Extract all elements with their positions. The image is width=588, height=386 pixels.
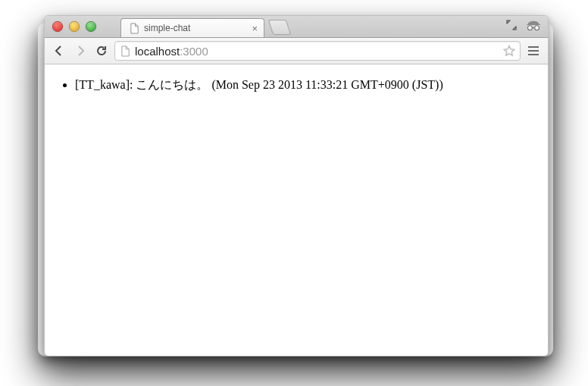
window-close-button[interactable]	[52, 21, 63, 32]
file-icon	[120, 46, 130, 57]
list-item: [TT_kawa]: こんにちは。 (Mon Sep 23 2013 11:33…	[75, 77, 548, 93]
message-line: [TT_kawa]: こんにちは。 (Mon Sep 23 2013 11:33…	[75, 78, 443, 91]
reload-button[interactable]	[93, 42, 110, 59]
bookmark-star-icon[interactable]	[503, 45, 515, 57]
svg-point-1	[535, 26, 540, 30]
chrome-menu-button[interactable]	[525, 42, 542, 59]
window-controls	[45, 16, 104, 37]
browser-toolbar: localhost:3000	[45, 38, 548, 64]
message-list: [TT_kawa]: こんにちは。 (Mon Sep 23 2013 11:33…	[45, 77, 548, 93]
new-tab-button[interactable]	[268, 20, 291, 35]
browser-tab[interactable]: simple-chat ×	[120, 18, 264, 37]
address-bar[interactable]: localhost:3000	[114, 41, 521, 61]
close-tab-icon[interactable]: ×	[252, 24, 258, 33]
file-icon	[129, 23, 139, 33]
tab-strip: simple-chat ×	[45, 16, 548, 38]
svg-point-0	[527, 26, 532, 30]
page-content: [TT_kawa]: こんにちは。 (Mon Sep 23 2013 11:33…	[45, 64, 548, 356]
url-host: localhost	[135, 45, 180, 58]
expand-icon[interactable]	[505, 19, 518, 34]
browser-window: simple-chat ×	[44, 15, 549, 356]
url-port: :3000	[180, 45, 208, 58]
forward-button[interactable]	[72, 42, 89, 59]
incognito-icon	[525, 19, 542, 34]
url-text: localhost:3000	[135, 45, 499, 58]
tab-title: simple-chat	[144, 23, 190, 33]
window-zoom-button[interactable]	[86, 21, 96, 32]
back-button[interactable]	[51, 42, 67, 59]
window-minimize-button[interactable]	[69, 21, 80, 32]
